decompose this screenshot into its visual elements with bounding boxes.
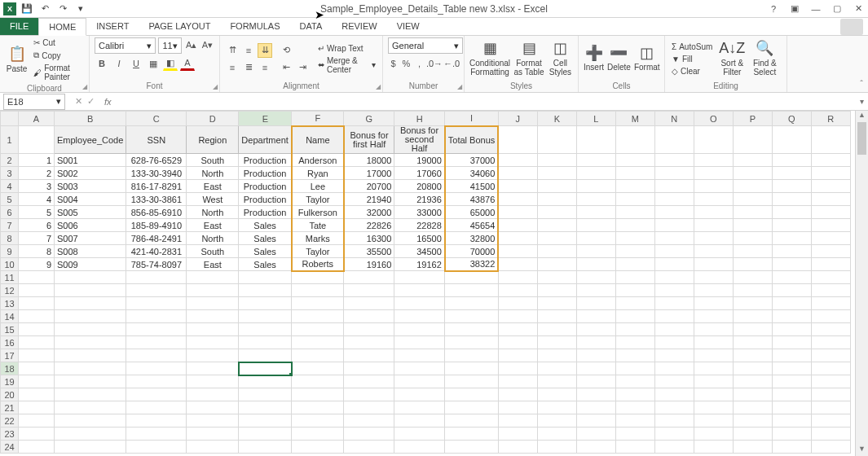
cell[interactable] bbox=[615, 414, 654, 428]
scroll-thumb[interactable] bbox=[857, 122, 866, 155]
cell[interactable] bbox=[19, 336, 55, 349]
cell[interactable] bbox=[239, 271, 292, 284]
cell[interactable] bbox=[733, 271, 772, 284]
row-header[interactable]: 4 bbox=[1, 180, 19, 193]
cell[interactable] bbox=[344, 297, 394, 310]
cancel-formula-icon[interactable]: ✕ bbox=[75, 96, 82, 107]
cell[interactable] bbox=[239, 323, 292, 336]
cell[interactable] bbox=[394, 441, 445, 454]
row-header[interactable]: 13 bbox=[1, 297, 19, 310]
format-painter-button[interactable]: 🖌Format Painter bbox=[32, 63, 84, 82]
cell[interactable]: 37000 bbox=[445, 154, 498, 167]
cell[interactable]: Production bbox=[239, 180, 292, 193]
cell[interactable] bbox=[576, 297, 615, 310]
cell[interactable] bbox=[733, 349, 772, 362]
cell[interactable] bbox=[537, 154, 576, 167]
scroll-up-icon[interactable]: ▲ bbox=[856, 111, 868, 122]
cell[interactable]: 22826 bbox=[344, 219, 394, 232]
cell[interactable] bbox=[654, 401, 694, 414]
cell[interactable] bbox=[772, 271, 811, 284]
percent-icon[interactable]: % bbox=[401, 56, 412, 71]
cell[interactable]: Lee bbox=[292, 180, 344, 193]
cell[interactable]: West bbox=[187, 193, 239, 206]
cell[interactable] bbox=[615, 180, 654, 193]
cell[interactable] bbox=[615, 441, 654, 454]
borders-button[interactable]: ▦ bbox=[146, 56, 161, 71]
cell[interactable]: 7 bbox=[19, 232, 55, 245]
cell[interactable]: SSN bbox=[126, 126, 187, 154]
wrap-text-button[interactable]: ↵Wrap Text bbox=[316, 43, 377, 54]
cell[interactable]: 785-74-8097 bbox=[126, 258, 187, 271]
cell[interactable]: 6 bbox=[19, 219, 55, 232]
cell[interactable] bbox=[615, 401, 654, 414]
cell[interactable]: Taylor bbox=[292, 193, 344, 206]
cell[interactable]: Department bbox=[239, 126, 292, 154]
bold-button[interactable]: B bbox=[95, 56, 109, 71]
cell[interactable] bbox=[733, 441, 772, 454]
cell[interactable] bbox=[615, 297, 654, 310]
cell[interactable] bbox=[811, 180, 850, 193]
cell[interactable] bbox=[615, 336, 654, 349]
cell[interactable] bbox=[187, 310, 239, 323]
column-header[interactable]: R bbox=[811, 112, 850, 126]
insert-cells-button[interactable]: ➕Insert bbox=[584, 38, 604, 79]
cell[interactable] bbox=[537, 362, 576, 375]
name-box[interactable]: E18▾ bbox=[3, 94, 65, 110]
cell[interactable] bbox=[772, 167, 811, 180]
cell[interactable] bbox=[615, 428, 654, 441]
cell[interactable] bbox=[654, 206, 694, 219]
cell[interactable] bbox=[537, 271, 576, 284]
cell[interactable] bbox=[654, 414, 694, 428]
maximize-icon[interactable]: ▢ bbox=[831, 2, 844, 15]
cell[interactable] bbox=[615, 154, 654, 167]
cell[interactable] bbox=[694, 349, 733, 362]
tab-view[interactable]: VIEW bbox=[387, 17, 430, 35]
cell[interactable] bbox=[772, 245, 811, 258]
cell[interactable] bbox=[292, 362, 344, 375]
row-header[interactable]: 22 bbox=[1, 414, 19, 428]
cell[interactable] bbox=[55, 362, 126, 375]
cell[interactable] bbox=[654, 219, 694, 232]
conditional-formatting-button[interactable]: ▦Conditional Formatting bbox=[469, 38, 510, 79]
cell[interactable] bbox=[126, 323, 187, 336]
copy-button[interactable]: ⧉Copy bbox=[32, 50, 84, 61]
font-name-select[interactable]: Calibri▾ bbox=[95, 37, 156, 54]
cell[interactable] bbox=[445, 271, 498, 284]
cell[interactable] bbox=[537, 323, 576, 336]
cell[interactable] bbox=[394, 297, 445, 310]
cell[interactable] bbox=[537, 336, 576, 349]
cell[interactable] bbox=[811, 323, 850, 336]
cell[interactable]: Sales bbox=[239, 258, 292, 271]
cell[interactable] bbox=[811, 245, 850, 258]
cell[interactable] bbox=[498, 219, 537, 232]
decrease-indent-icon[interactable]: ⇤ bbox=[279, 60, 293, 75]
save-icon[interactable]: 💾 bbox=[20, 2, 34, 16]
row-header[interactable]: 15 bbox=[1, 323, 19, 336]
cell[interactable]: S002 bbox=[55, 167, 126, 180]
cell[interactable] bbox=[576, 258, 615, 271]
cell[interactable]: S006 bbox=[55, 219, 126, 232]
close-icon[interactable]: ✕ bbox=[852, 2, 865, 15]
cell[interactable] bbox=[576, 401, 615, 414]
cell[interactable] bbox=[55, 336, 126, 349]
cell[interactable] bbox=[576, 232, 615, 245]
cell[interactable] bbox=[445, 323, 498, 336]
cell[interactable] bbox=[576, 245, 615, 258]
cell[interactable]: 65000 bbox=[445, 206, 498, 219]
cell[interactable] bbox=[537, 219, 576, 232]
cell[interactable] bbox=[615, 388, 654, 401]
fill-button[interactable]: ▼Fill bbox=[670, 54, 714, 64]
row-header[interactable]: 10 bbox=[1, 258, 19, 271]
cell[interactable] bbox=[344, 362, 394, 375]
cell[interactable] bbox=[811, 206, 850, 219]
cell[interactable] bbox=[19, 388, 55, 401]
cell[interactable] bbox=[55, 310, 126, 323]
cell[interactable] bbox=[694, 428, 733, 441]
cell[interactable] bbox=[445, 414, 498, 428]
font-size-select[interactable]: 11▾ bbox=[158, 37, 182, 54]
cell[interactable] bbox=[733, 310, 772, 323]
cell[interactable] bbox=[576, 310, 615, 323]
cell[interactable] bbox=[187, 388, 239, 401]
cell[interactable] bbox=[126, 428, 187, 441]
cell[interactable] bbox=[537, 232, 576, 245]
